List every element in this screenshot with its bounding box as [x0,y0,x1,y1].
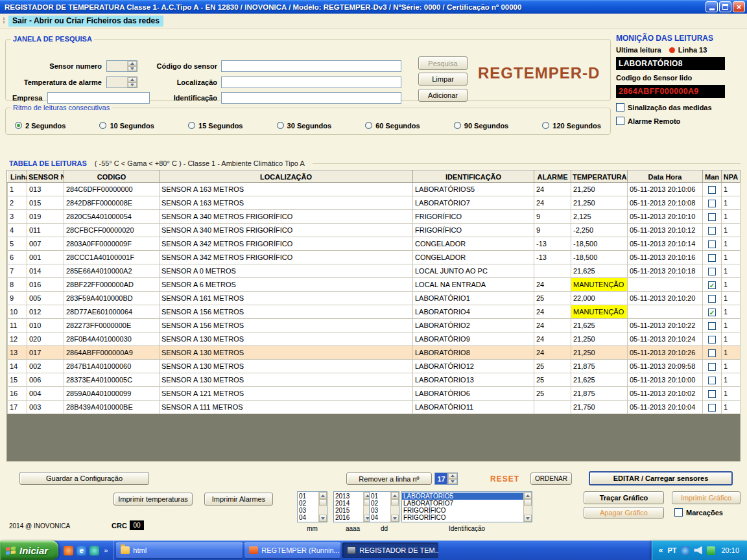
list-item[interactable]: FRIGORÍFICO [402,507,523,514]
man-checkbox[interactable] [708,213,716,221]
limpar-button[interactable]: Limpar [418,73,468,86]
column-header[interactable]: NPA [722,171,741,183]
list-item[interactable]: 01 [298,493,318,500]
man-checkbox[interactable] [708,390,716,398]
quick-launch-app-icon-2[interactable] [89,546,99,555]
ordenar-button[interactable]: ORDENAR [530,472,572,485]
security-tray-icon[interactable] [681,546,689,555]
imprimir-temperaturas-button[interactable]: Imprimir temperaturas [113,493,193,506]
table-row[interactable]: 1013284C6DFF00000000SENSOR A 163 METROSL… [8,183,741,196]
scroll-up-icon[interactable] [524,492,532,499]
spin-up-icon[interactable] [448,473,457,479]
man-checkbox[interactable] [708,186,716,194]
apagar-grafico-button[interactable]: Apagar Gráfico [584,507,664,519]
scroll-up-icon[interactable] [319,492,327,499]
list-item[interactable]: 04 [298,514,318,521]
rhythm-option[interactable]: 15 Segundos [188,122,243,130]
list-dd[interactable]: 01020304 [369,491,399,522]
rhythm-option[interactable]: 2 Segundos [15,122,65,130]
rhythm-option[interactable]: 120 Segundos [542,122,601,130]
scroll-down-icon[interactable] [319,515,327,522]
rhythm-option[interactable]: 90 Segundos [454,122,508,130]
man-checkbox[interactable] [708,404,716,412]
menu-item-sair[interactable]: Sair - Abrir ou Criar Ficheiros das rede… [8,16,163,27]
table-row[interactable]: 1001228D77AE601000064SENSOR A 156 METROS… [8,305,741,319]
table-row[interactable]: 9005283F59A4010000BDSENSOR A 161 METROSL… [8,292,741,305]
reset-label[interactable]: RESET [490,474,519,484]
quick-launch-overflow-icon[interactable]: » [104,546,108,554]
scroll-thumb[interactable] [391,499,399,506]
start-button[interactable]: Iniciar [0,541,58,560]
man-checkbox[interactable] [708,227,716,235]
table-row[interactable]: 1700328B439A4010000BESENSOR A 111 METROS… [8,401,741,414]
column-header[interactable]: Data Hora [628,171,703,183]
maximize-button[interactable] [719,1,731,12]
man-checkbox[interactable] [708,377,716,384]
man-checkbox[interactable] [708,363,716,371]
table-row[interactable]: 20152842D8FF0000008ESENSOR A 163 METROSL… [8,196,741,210]
scroll-down-icon[interactable] [524,515,532,522]
man-checkbox[interactable] [708,240,716,248]
remover-linha-button[interactable]: Remover a linha nº [346,472,432,485]
rhythm-option[interactable]: 10 Segundos [99,122,154,130]
quick-launch-app-icon[interactable] [64,546,73,555]
internet-explorer-icon[interactable]: e [77,546,86,555]
list-item[interactable]: 02 [370,500,390,507]
volume-tray-icon[interactable] [694,546,702,555]
table-row[interactable]: 11010282273FF0000000ESENSOR A 156 METROS… [8,319,741,332]
list-item[interactable]: LABORATÓRIO5 [402,493,523,500]
table-row[interactable]: 1500628373EA40100005CSENSOR A 130 METROS… [8,373,741,387]
list-identificacao[interactable]: LABORATÓRIO5LABORATÓRIO7FRIGORÍFICOFRIGO… [401,491,532,522]
scroll-down-icon[interactable] [391,515,399,522]
list-item[interactable]: 2013 [334,493,363,500]
list-item[interactable]: 03 [370,507,390,514]
column-header[interactable]: LOCALIZAÇÃO [160,171,413,183]
table-row[interactable]: 7014285E66A4010000A2SENSOR A 0 METROSLOC… [8,264,741,278]
tracar-grafico-button[interactable]: Traçar Gráfico [584,491,664,504]
table-row[interactable]: 140022847B1A401000060SENSOR A 130 METROS… [8,360,741,373]
man-checkbox[interactable] [708,254,716,262]
scrollbar[interactable] [390,492,399,522]
imprimir-grafico-button[interactable]: Imprimir Gráfico [672,491,741,504]
localizacao-input[interactable] [221,76,401,88]
column-header[interactable]: Linha [8,171,27,183]
list-item[interactable]: 02 [298,500,318,507]
column-header[interactable]: CODIGO [64,171,160,183]
network-tray-icon[interactable] [707,546,715,555]
column-header[interactable]: IDENTIFICAÇÃO [413,171,534,183]
scrollbar[interactable] [523,492,532,522]
table-row[interactable]: 600128CCC1A40100001FSENSOR A 342 METROS … [8,251,741,264]
list-item[interactable]: LABORATÓRIO7 [402,500,523,507]
column-header[interactable]: Man [703,171,722,183]
scroll-up-icon[interactable] [391,492,399,499]
list-item[interactable]: 03 [298,507,318,514]
language-indicator[interactable]: PT [667,546,676,554]
man-checkbox[interactable] [708,200,716,207]
column-header[interactable]: ALARME [534,171,571,183]
minimize-button[interactable] [706,1,718,12]
scroll-thumb[interactable] [319,499,327,506]
table-row[interactable]: 50072803A0FF0000009FSENSOR A 342 METROS … [8,237,741,251]
table-row[interactable]: 30192820C5A401000054SENSOR A 340 METROS … [8,210,741,224]
taskbar-task[interactable]: REGTEMPER (Runnin... [244,542,340,558]
taskbar-task[interactable]: html [116,542,243,558]
list-item[interactable]: 01 [370,493,390,500]
linha-number-spinner[interactable]: 17 [434,472,458,485]
man-checkbox[interactable]: ✓ [708,281,716,289]
man-checkbox[interactable] [708,268,716,275]
scrollbar[interactable] [318,492,327,522]
list-item[interactable]: 2014 [334,500,363,507]
taskbar-task[interactable]: REGISTADOR DE TEM... [342,542,438,558]
table-row[interactable]: 160042859A0A401000099SENSOR A 121 METROS… [8,387,741,401]
spin-down-icon[interactable] [448,479,457,485]
rhythm-option[interactable]: 60 Segundos [365,122,420,130]
table-row[interactable]: 1202028F0B4A401000030SENSOR A 130 METROS… [8,332,741,346]
marcacoes-checkbox[interactable]: Marcações [674,508,723,517]
table-row[interactable]: 801628BF22FF000000ADSENSOR A 6 METROSLOC… [8,278,741,292]
pesquisa-button[interactable]: Pesquisa [418,56,468,70]
column-header[interactable]: SENSOR Nº [27,171,64,183]
alarme-remoto-checkbox[interactable]: Alarme Remoto [616,117,744,125]
imprimir-alarmes-button[interactable]: Imprimir Alarmes [204,493,273,506]
rhythm-option[interactable]: 30 Segundos [277,122,331,130]
list-item[interactable]: FRIGORÍFICO [402,514,523,521]
